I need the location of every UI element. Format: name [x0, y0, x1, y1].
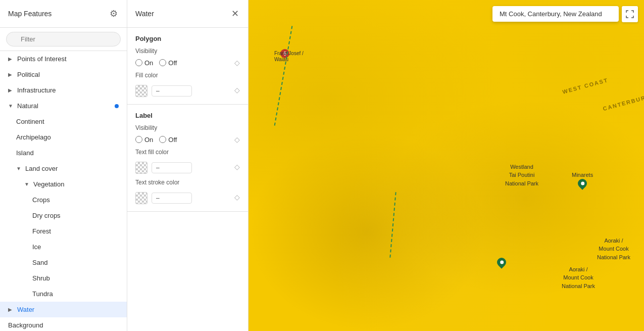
fullscreen-button[interactable]: [622, 6, 638, 22]
panel-header: Water ✕: [127, 0, 248, 28]
sidebar-item-label: Shrub: [32, 274, 50, 282]
polygon-off-option[interactable]: Off: [159, 59, 177, 67]
sidebar-item-continent[interactable]: Continent: [0, 114, 127, 129]
sidebar-item-sand[interactable]: Sand: [0, 255, 127, 270]
text-fill-swatch[interactable]: [135, 162, 147, 174]
sidebar-item-dry-crops[interactable]: Dry crops: [0, 208, 127, 223]
sidebar-title: Map Features: [8, 10, 52, 18]
gear-button[interactable]: ⚙: [109, 7, 119, 20]
sidebar-item-shrub[interactable]: Shrub: [0, 270, 127, 286]
active-dot: [115, 104, 119, 108]
text-stroke-input[interactable]: [152, 193, 192, 204]
label-on-option[interactable]: On: [135, 136, 153, 144]
label-off-option[interactable]: Off: [159, 136, 177, 144]
label-on-radio[interactable]: [135, 136, 142, 143]
sidebar-header: Map Features ⚙: [0, 0, 127, 28]
label-visibility-row: On Off ◇: [135, 135, 240, 144]
sidebar-item-label: Infrastructure: [17, 86, 56, 94]
label-visibility-label: Visibility: [135, 124, 240, 131]
polygon-on-radio[interactable]: [135, 59, 142, 66]
fill-color-swatch[interactable]: [135, 85, 147, 97]
expand-arrow: ▶: [8, 307, 13, 312]
text-stroke-diamond[interactable]: ◇: [234, 193, 240, 201]
label-section: Label Visibility On Off ◇ Text fill colo…: [127, 105, 248, 212]
sidebar-item-natural[interactable]: ▼ Natural: [0, 98, 127, 114]
sidebar-item-forest[interactable]: Forest: [0, 223, 127, 239]
franz-josef-label: Franz Josef /: [274, 51, 304, 56]
collapse-arrow: ▼: [24, 181, 29, 187]
river-line-2: [389, 192, 396, 258]
panel-title: Water: [135, 10, 154, 18]
collapse-arrow: ▼: [8, 103, 13, 109]
sidebar-item-label: Island: [16, 149, 34, 157]
visibility-label: Visibility: [135, 48, 240, 55]
sidebar-item-island[interactable]: Island: [0, 145, 127, 161]
polygon-vis-options: On Off: [135, 59, 234, 67]
sidebar-item-label: Ice: [32, 243, 41, 251]
sidebar-item-infrastructure[interactable]: ▶ Infrastructure: [0, 82, 127, 98]
sidebar-item-label: Background: [8, 321, 43, 329]
sidebar: Map Features ⚙ ≡ ▶ Points of Interest ▶ …: [0, 0, 127, 331]
westland-label: WestlandTai PoutiniNational Park: [505, 163, 538, 187]
polygon-vis-diamond[interactable]: ◇: [234, 59, 240, 67]
close-button[interactable]: ✕: [230, 7, 240, 20]
text-stroke-swatch[interactable]: [135, 192, 147, 204]
sidebar-item-label: Forest: [32, 227, 51, 235]
expand-arrow: ▶: [8, 72, 13, 77]
polygon-section-title: Polygon: [135, 35, 240, 42]
sidebar-item-label: Archipelago: [16, 133, 51, 141]
polygon-on-option[interactable]: On: [135, 59, 153, 67]
expand-arrow: ▶: [8, 87, 13, 93]
label-vis-diamond[interactable]: ◇: [234, 135, 240, 144]
sidebar-item-political[interactable]: ▶ Political: [0, 67, 127, 82]
sidebar-item-crops[interactable]: Crops: [0, 192, 127, 208]
search-value: Mt Cook, Canterbury, New Zealand: [500, 10, 602, 18]
sidebar-item-label: Land cover: [25, 165, 58, 172]
fill-color-label: Fill color: [135, 72, 240, 79]
minarets-area: Minarets: [572, 172, 593, 188]
sidebar-item-label: Crops: [32, 196, 50, 204]
off-label: Off: [168, 59, 177, 67]
filter-row: ≡: [0, 28, 127, 51]
west-coast-label-1: WEST COAST: [562, 76, 609, 96]
fill-color-row: ◇: [135, 83, 240, 97]
text-fill-row: ◇: [135, 160, 240, 174]
label-vis-options: On Off: [135, 136, 234, 144]
sidebar-item-tundra[interactable]: Tundra: [0, 286, 127, 302]
aoraki-label-1: Aoraki /Mount CookNational Park: [597, 237, 630, 261]
sidebar-item-label: Natural: [17, 102, 38, 110]
fill-color-input[interactable]: [152, 85, 192, 97]
canterbury-label-1: CANTERBURY: [602, 92, 644, 112]
label-section-title: Label: [135, 112, 240, 119]
on-label: On: [144, 59, 153, 67]
sidebar-item-points-of-interest[interactable]: ▶ Points of Interest: [0, 51, 127, 67]
sidebar-item-land-cover[interactable]: ▼ Land cover: [0, 161, 127, 176]
fill-color-diamond[interactable]: ◇: [234, 86, 240, 94]
filter-wrap: ≡: [6, 32, 121, 46]
expand-arrow: ▶: [8, 56, 13, 62]
on-label: On: [144, 136, 153, 144]
sidebar-item-background[interactable]: Background: [0, 317, 127, 331]
text-stroke-input-row: [135, 192, 192, 204]
filter-input[interactable]: [6, 32, 121, 46]
text-fill-diamond[interactable]: ◇: [234, 163, 240, 171]
collapse-arrow: ▼: [16, 166, 21, 171]
map-background: Mt Cook, Canterbury, New Zealand 6 Franz…: [249, 0, 644, 331]
sidebar-item-label: Sand: [32, 259, 47, 266]
sidebar-item-ice[interactable]: Ice: [0, 239, 127, 255]
sidebar-item-label: Water: [17, 306, 34, 313]
off-label: Off: [168, 136, 177, 144]
sidebar-item-vegetation[interactable]: ▼ Vegetation: [0, 176, 127, 192]
river-line-1: [274, 26, 293, 125]
search-bar: Mt Cook, Canterbury, New Zealand: [492, 6, 619, 22]
sidebar-item-archipelago[interactable]: Archipelago: [0, 129, 127, 145]
fill-color-input-row: [135, 85, 192, 97]
label-off-radio[interactable]: [159, 136, 166, 143]
text-fill-input[interactable]: [152, 162, 192, 173]
polygon-off-radio[interactable]: [159, 59, 166, 66]
sidebar-item-water[interactable]: ▶ Water: [0, 302, 127, 317]
polygon-section: Polygon Visibility On Off ◇ Fill color: [127, 28, 248, 105]
text-stroke-row: ◇: [135, 190, 240, 204]
aoraki-label-2: Aoraki /Mount CookNational Park: [562, 265, 595, 290]
map-area[interactable]: Mt Cook, Canterbury, New Zealand 6 Franz…: [249, 0, 644, 331]
